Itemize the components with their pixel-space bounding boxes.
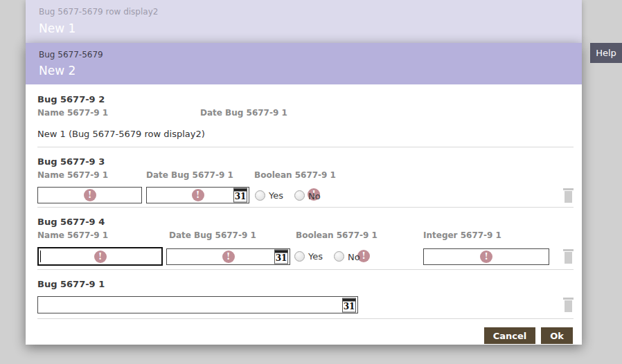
field-label-integer: Integer 5677-9 1: [423, 230, 501, 240]
field-label-name: Name 5677-9 1: [37, 108, 200, 118]
dialog-header: Bug 5677-5679 New 2: [26, 43, 582, 84]
dialog-footer: Cancel Ok: [37, 327, 574, 344]
error-icon: !: [84, 189, 96, 201]
background-dialog-subtitle: Bug 5677-5679 row display2: [39, 7, 582, 17]
radio-circle-icon[interactable]: [255, 190, 265, 201]
date-field-wrapper: 31: [37, 296, 358, 313]
labels-row: Name 5677-9 1 Date Bug 5677-9 1 Boolean …: [37, 170, 574, 180]
boolean-radio-group: Yes ! No: [294, 250, 423, 263]
help-button[interactable]: Help: [590, 43, 622, 63]
field-label-boolean: Boolean 5677-9 1: [254, 170, 336, 180]
background-dialog-title: New 1: [39, 21, 582, 35]
divider: [37, 147, 574, 147]
controls-row: ! ! 31 Yes ! No: [37, 187, 574, 203]
section-title-bug-5677-9-1: Bug 5677-9 1: [37, 279, 574, 289]
trash-icon[interactable]: [563, 249, 574, 264]
calendar-icon[interactable]: 31: [342, 298, 356, 312]
radio-circle-icon[interactable]: [294, 190, 305, 201]
radio-yes[interactable]: Yes: [255, 190, 283, 201]
name-field-wrapper: !: [37, 247, 163, 266]
radio-no[interactable]: ! No: [334, 250, 360, 263]
section-title-bug-5677-9-3: Bug 5677-9 3: [37, 156, 574, 167]
divider: [37, 207, 574, 208]
error-icon: !: [192, 189, 204, 201]
labels-row: Name 5677-9 1 Date Bug 5677-9 1: [37, 108, 574, 118]
field-label-name: Name 5677-9 1: [37, 230, 169, 240]
calendar-icon[interactable]: 31: [233, 188, 247, 203]
date-field-wrapper: ! 31: [146, 187, 249, 203]
labels-row: Name 5677-9 1 Date Bug 5677-9 1 Boolean …: [37, 230, 574, 240]
calendar-icon[interactable]: 31: [274, 249, 288, 264]
error-icon: !: [222, 251, 235, 263]
radio-circle-icon[interactable]: [294, 251, 305, 262]
name-field-wrapper: !: [37, 187, 142, 203]
radio-yes[interactable]: Yes: [294, 251, 323, 262]
boolean-radio-group: Yes ! No: [255, 189, 332, 202]
dialog-subtitle: Bug 5677-5679: [39, 50, 582, 60]
field-label-date: Date Bug 5677-9 1: [200, 108, 287, 118]
field-label-date: Date Bug 5677-9 1: [169, 230, 296, 240]
divider: [37, 269, 574, 270]
ok-button[interactable]: Ok: [541, 327, 573, 344]
section-title-bug-5677-9-4: Bug 5677-9 4: [37, 217, 574, 227]
radio-no-label: No: [308, 191, 321, 201]
trash-icon[interactable]: [563, 188, 574, 203]
dialog: Bug 5677-5679 New 2 Bug 5677-9 2 Name 56…: [26, 43, 582, 345]
date-field-wrapper: ! 31: [166, 248, 290, 265]
cancel-button[interactable]: Cancel: [484, 327, 536, 344]
trash-icon[interactable]: [563, 298, 574, 312]
date-input[interactable]: [37, 296, 358, 313]
divider: [37, 318, 574, 319]
radio-no-label: No: [348, 252, 360, 262]
field-label-date: Date Bug 5677-9 1: [146, 170, 254, 180]
radio-yes-label: Yes: [269, 190, 283, 201]
field-label-boolean: Boolean 5677-9 1: [296, 230, 423, 240]
field-label-name: Name 5677-9 1: [37, 170, 146, 180]
section-title-bug-5677-9-2: Bug 5677-9 2: [37, 94, 574, 104]
integer-field-wrapper: !: [423, 248, 549, 265]
dialog-body: Bug 5677-9 2 Name 5677-9 1 Date Bug 5677…: [26, 94, 582, 344]
error-icon: !: [94, 251, 107, 263]
controls-row: ! ! 31 Yes ! No: [37, 247, 574, 266]
error-icon: !: [480, 251, 492, 263]
background-dialog: Bug 5677-5679 row display2 New 1: [26, 0, 582, 43]
controls-row: 31: [37, 296, 574, 313]
page-background: Bug 5677-5679 row display2 New 1 Help Bu…: [0, 0, 622, 364]
text-caret: [40, 251, 41, 262]
readonly-value: New 1 (Bug 5677-5679 row display2): [37, 129, 574, 139]
radio-circle-icon[interactable]: [334, 251, 344, 262]
radio-no[interactable]: ! No: [294, 189, 321, 202]
radio-yes-label: Yes: [308, 251, 323, 262]
dialog-title: New 2: [39, 64, 582, 78]
